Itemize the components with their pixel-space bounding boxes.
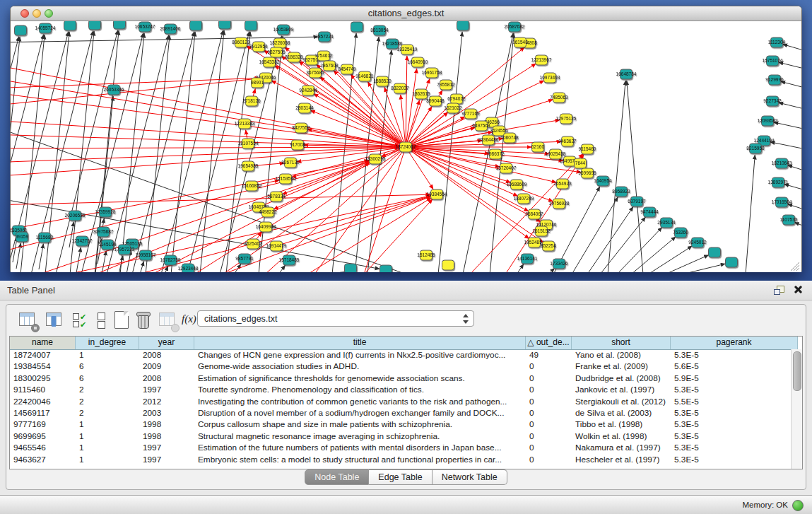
table-cell[interactable]: 5.3E-5 <box>671 407 798 419</box>
edge[interactable] <box>107 35 169 272</box>
network-node[interactable]: 1112304 <box>768 37 786 47</box>
network-node[interactable]: 10025438 <box>546 149 566 159</box>
edge[interactable] <box>608 81 625 272</box>
network-node[interactable]: 17957223 <box>114 245 135 255</box>
edge[interactable] <box>39 161 369 272</box>
edge[interactable] <box>11 120 399 146</box>
network-node[interactable]: 1362615 <box>412 89 430 99</box>
table-row[interactable]: 1938455462009Genome-wide association stu… <box>10 361 792 372</box>
network-node[interactable]: 14055724 <box>35 23 56 33</box>
edge[interactable] <box>11 78 399 146</box>
edge[interactable] <box>220 36 282 272</box>
edge[interactable] <box>132 32 194 272</box>
network-node[interactable]: 9474444 <box>640 207 659 217</box>
network-node[interactable]: 1615152 <box>532 226 551 236</box>
edge[interactable] <box>746 155 755 272</box>
float-panel-icon[interactable] <box>774 286 784 295</box>
network-node[interactable]: 1654923 <box>553 179 572 189</box>
delete-rows-icon[interactable] <box>134 310 153 330</box>
table-row[interactable]: 1872400712008Changes of HCN gene express… <box>10 349 792 361</box>
network-node[interactable]: 9129996 <box>765 75 784 85</box>
network-node[interactable]: 19654985 <box>238 161 259 171</box>
network-node[interactable]: 15720407 <box>496 163 517 173</box>
table-cell[interactable]: Hescheler et al. (1997) <box>572 454 671 465</box>
edge[interactable] <box>788 165 801 173</box>
network-node[interactable]: 1080748 <box>500 133 519 143</box>
network-node[interactable]: 8990448 <box>426 96 445 106</box>
network-node[interactable]: 6379197 <box>628 197 646 206</box>
table-cell[interactable]: 2 <box>76 407 139 419</box>
table-cell[interactable]: 1998 <box>139 419 194 430</box>
table-cell[interactable]: 0 <box>526 431 572 442</box>
network-node[interactable]: 8427552 <box>292 123 310 133</box>
network-node[interactable]: 20891406 <box>160 24 181 34</box>
table-row[interactable]: 2242004622012Investigating the contribut… <box>10 396 792 407</box>
network-node[interactable]: 12923448 <box>178 264 199 272</box>
table-cell[interactable]: 0 <box>526 442 572 453</box>
table-cell[interactable]: Dudbridge et al. (2008) <box>572 373 671 384</box>
column-header-in_degree[interactable]: in_degree <box>76 337 139 349</box>
network-view-window[interactable]: citations_edges.txt <box>10 6 802 272</box>
edge[interactable] <box>314 147 406 272</box>
table-cell[interactable]: Estimation of the future numbers of pati… <box>194 442 526 453</box>
network-node[interactable]: 18226058 <box>270 38 290 48</box>
table-cell[interactable]: Disruption of a novel member of a sodium… <box>194 407 526 419</box>
tab-edge-table[interactable]: Edge Table <box>369 469 432 485</box>
table-cell[interactable]: de Silva et al. (2003) <box>572 407 671 419</box>
table-cell[interactable]: 1997 <box>139 442 194 453</box>
table-cell[interactable]: Investigating the contribution of common… <box>194 396 526 407</box>
network-node[interactable]: 8186328 <box>285 52 303 62</box>
network-node[interactable]: 16648784 <box>616 69 637 79</box>
table-cell[interactable]: 0 <box>526 454 572 465</box>
table-row[interactable]: 946362711997Embryonic stem cells: a mode… <box>10 454 792 465</box>
table-cell[interactable]: Structural magnetic resonance image aver… <box>194 431 526 442</box>
edge[interactable] <box>548 268 555 272</box>
table-cell[interactable]: 1 <box>76 419 139 430</box>
network-node[interactable]: 19756928 <box>549 199 570 209</box>
network-node[interactable]: 16914479 <box>266 241 287 251</box>
network-node[interactable]: 12213383 <box>235 119 255 129</box>
network-node[interactable] <box>345 264 357 272</box>
network-node[interactable]: 16409948 <box>256 222 276 232</box>
column-header-name[interactable]: name <box>10 337 76 349</box>
network-node[interactable]: 9227342 <box>763 96 782 106</box>
table-cell[interactable]: Corpus callosum shape and size in male p… <box>194 419 526 430</box>
network-node[interactable]: 18107554 <box>238 139 259 148</box>
select-all-rows-icon[interactable]: ✔✔ <box>73 313 93 333</box>
network-node[interactable]: 8960123 <box>232 37 250 47</box>
network-node[interactable]: 8813054 <box>370 25 389 35</box>
table-cell[interactable]: 2008 <box>139 349 194 361</box>
scrollbar-thumb[interactable] <box>793 351 801 391</box>
new-table-icon[interactable] <box>112 310 132 330</box>
network-node[interactable] <box>457 21 469 30</box>
table-cell[interactable]: 5.3E-5 <box>671 349 798 361</box>
table-cell[interactable]: 6 <box>76 373 139 384</box>
edge[interactable] <box>682 264 725 272</box>
table-cell[interactable]: 9777169 <box>10 419 76 430</box>
table-cell[interactable]: 5.5E-5 <box>671 396 798 407</box>
network-node[interactable] <box>15 25 27 35</box>
network-node[interactable]: 6794022 <box>447 94 466 104</box>
network-node[interactable]: 15751074 <box>763 56 783 66</box>
network-node[interactable]: 16053809 <box>273 25 294 35</box>
table-cell[interactable]: Estimation of significance thresholds fo… <box>194 373 526 384</box>
table-cell[interactable]: Franke et al. (2009) <box>572 361 671 372</box>
network-node[interactable] <box>89 21 101 30</box>
network-node[interactable]: 6497568 <box>472 121 490 131</box>
network-node[interactable] <box>190 21 202 30</box>
edge[interactable] <box>140 262 143 272</box>
table-cell[interactable]: Changes of HCN gene expression and I(f) … <box>194 349 526 361</box>
table-cell[interactable]: 19384554 <box>10 361 76 372</box>
network-node[interactable]: 10653247 <box>135 22 155 32</box>
table-cell[interactable]: 14569117 <box>10 407 76 419</box>
network-node[interactable]: 8912954 <box>249 42 268 52</box>
network-node[interactable] <box>351 22 363 32</box>
network-node[interactable]: 17359928 <box>95 207 116 217</box>
table-cell[interactable]: Jankovic et al. (1997) <box>572 384 671 395</box>
table-cell[interactable]: 5.3E-5 <box>671 431 798 442</box>
network-node[interactable]: 3675685 <box>306 68 324 78</box>
table-cell[interactable]: Tourette syndrome. Phenomenology and cla… <box>194 384 526 395</box>
network-node[interactable]: 8215958 <box>746 144 765 153</box>
network-node[interactable] <box>64 21 76 30</box>
table-cell[interactable]: 0 <box>526 384 572 395</box>
